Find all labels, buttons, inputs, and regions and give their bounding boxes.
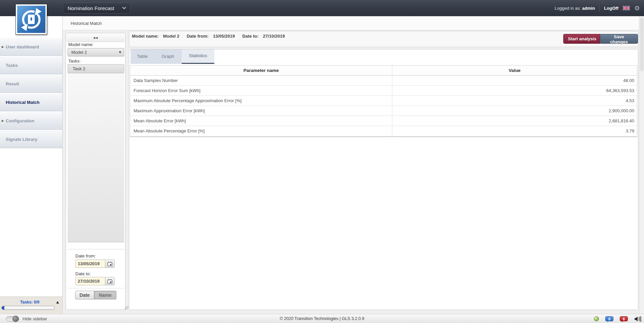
logged-in-label: Logged in as: <box>554 6 581 11</box>
footer-status-icons: 0 6 <box>594 314 641 323</box>
value-cell: 4.53 <box>392 96 637 106</box>
table-row[interactable]: Data Samples Number 48.00 <box>130 76 637 86</box>
tab-graph[interactable]: Graph <box>154 49 182 64</box>
sidebar-item-label: Tasks <box>0 63 18 68</box>
date-from-input[interactable] <box>75 259 105 268</box>
expand-tasks-icon[interactable]: ▲ <box>56 300 59 304</box>
breadcrumb: Historical Match <box>63 17 639 30</box>
info-date-to-value: 27/10/2019 <box>263 34 285 39</box>
model-selection-panel: ◀◀ Model name: Model 2 ▼ Tasks: Task 2 D… <box>66 33 126 310</box>
sidebar: ▶ User dashboard Tasks Result Historical… <box>0 16 63 314</box>
table-row[interactable]: Maximum Approximation Error [kWh] 2,900,… <box>130 106 637 116</box>
tab-table[interactable]: Table <box>131 49 154 64</box>
date-to-row <box>75 277 115 285</box>
parameter-name-cell: Forecast Horizon Error Sum [kWh] <box>130 86 392 95</box>
model-select-dropdown[interactable]: Model 2 ▼ <box>68 48 124 56</box>
logoff-button[interactable]: LogOff <box>604 6 618 11</box>
logged-in-as: Logged in as: admin <box>554 6 595 11</box>
sort-by-name-button[interactable]: Name <box>94 291 116 299</box>
tasks-status-line: Tasks: 0/0 ▲ <box>0 297 62 305</box>
sidebar-item-historical-match[interactable]: Historical Match <box>0 93 62 111</box>
app-logo-art <box>17 6 45 33</box>
value-cell: 64,363,593.53 <box>392 86 637 95</box>
value-cell: 2,681,816.40 <box>392 116 637 126</box>
gas-forecast-logo-icon <box>19 7 43 32</box>
table-row[interactable]: Forecast Horizon Error Sum [kWh] 64,363,… <box>130 86 637 96</box>
info-model-name-value: Model 2 <box>163 34 179 39</box>
tasks-counter: Tasks: 0/0 <box>3 300 56 305</box>
parameter-name-cell: Maximum Approximation Error [kWh] <box>130 106 392 116</box>
divider <box>68 288 124 288</box>
info-date-from-label: Date from: <box>187 34 209 39</box>
dropdown-arrow-icon: ▼ <box>119 51 121 54</box>
tasks-label: Tasks: <box>68 58 81 64</box>
sidebar-item-tasks[interactable]: Tasks <box>0 56 62 74</box>
copyright-text: © 2020 Transition Technologies | GLS 3.2… <box>0 314 644 323</box>
hide-sidebar-toggle[interactable] <box>6 316 19 321</box>
sidebar-item-result[interactable]: Result <box>0 75 62 93</box>
gear-icon[interactable]: ⚙ <box>634 5 640 11</box>
sidebar-item-label: Configuration <box>0 118 34 123</box>
sidebar-item-user-dashboard[interactable]: ▶ User dashboard <box>0 38 62 56</box>
sort-by-date-button[interactable]: Date <box>75 291 94 299</box>
date-from-row <box>75 259 115 268</box>
save-changes-button[interactable]: Save changes <box>600 34 638 44</box>
sidebar-menu: ▶ User dashboard Tasks Result Historical… <box>0 38 62 149</box>
tasks-status-panel: Tasks: 0/0 ▲ <box>0 296 62 314</box>
date-from-calendar-button[interactable] <box>105 259 115 268</box>
tasks-progress-bar <box>1 306 55 310</box>
hide-sidebar-label: Hide sidebar <box>23 316 47 321</box>
sort-toggle-group: Date Name <box>75 291 116 299</box>
sidebar-item-label: Signals Library <box>0 137 37 142</box>
vertical-scrollbar[interactable] <box>639 16 644 314</box>
collapse-panel-button[interactable]: ◀◀ <box>67 34 124 42</box>
calendar-icon <box>107 261 112 266</box>
sidebar-item-configuration[interactable]: ▶ Configuration <box>0 112 62 130</box>
parameter-name-cell: Maximum Absolute Percentage Approximatio… <box>130 96 392 106</box>
app-menu-label: Nomination Forecast <box>68 5 122 11</box>
table-row[interactable]: Mean Absolute Error [kWh] 2,681,816.40 <box>130 116 637 126</box>
sidebar-item-label: Result <box>0 81 19 86</box>
divider <box>68 249 124 249</box>
header-separator <box>599 4 600 12</box>
speaker-icon[interactable] <box>634 316 641 322</box>
sidebar-item-signals-library[interactable]: Signals Library <box>0 130 62 148</box>
sidebar-item-label: Historical Match <box>0 100 39 105</box>
value-cell: 2,900,000.00 <box>392 106 637 116</box>
model-select-value: Model 2 <box>71 50 119 55</box>
messages-badge[interactable]: 0 <box>605 316 613 321</box>
model-info-text: Model name: Model 2 Date from: 13/05/201… <box>132 34 285 39</box>
tab-statistics[interactable]: Statistics <box>182 49 214 64</box>
model-info-bar: Model name: Model 2 Date from: 13/05/201… <box>129 31 638 47</box>
start-analysis-button[interactable]: Start analysis <box>563 34 601 44</box>
column-header-value: Value <box>392 66 637 75</box>
date-to-calendar-button[interactable] <box>105 277 115 285</box>
alerts-badge[interactable]: 6 <box>620 316 628 321</box>
expand-arrow-icon: ▶ <box>2 119 4 122</box>
scrollbar-thumb[interactable] <box>640 17 644 71</box>
table-header-row: Parameter name Value <box>130 66 637 76</box>
sidebar-item-label: User dashboard <box>0 44 39 49</box>
app-window: Nomination Forecast Logged in as: admin … <box>0 0 644 323</box>
date-from-label: Date from: <box>75 253 96 258</box>
uk-flag-icon[interactable] <box>623 6 630 10</box>
calendar-icon <box>107 279 112 284</box>
task-list: Task 2 <box>68 64 124 242</box>
toggle-knob <box>12 316 19 322</box>
parameter-name-cell: Data Samples Number <box>130 76 392 85</box>
table-row[interactable]: Mean Absolute Percentage Error [%] 3.79 <box>130 126 637 136</box>
app-logo <box>15 4 47 35</box>
task-list-item[interactable]: Task 2 <box>68 64 124 73</box>
value-cell: 48.00 <box>392 76 637 85</box>
footer: Hide sidebar © 2020 Transition Technolog… <box>0 314 644 323</box>
username: admin <box>582 6 595 11</box>
table-row[interactable]: Maximum Absolute Percentage Approximatio… <box>130 96 637 106</box>
statistics-table: Parameter name Value Data Samples Number… <box>130 65 637 137</box>
results-panel: Table Graph Statistics Parameter name Va… <box>129 49 638 310</box>
column-header-parameter: Parameter name <box>130 66 392 75</box>
connection-status-icon <box>594 316 599 321</box>
value-cell: 3.79 <box>392 126 637 136</box>
date-to-input[interactable] <box>75 277 105 285</box>
app-menu-dropdown[interactable]: Nomination Forecast <box>63 3 131 13</box>
panel-resize-grip[interactable] <box>125 306 129 310</box>
